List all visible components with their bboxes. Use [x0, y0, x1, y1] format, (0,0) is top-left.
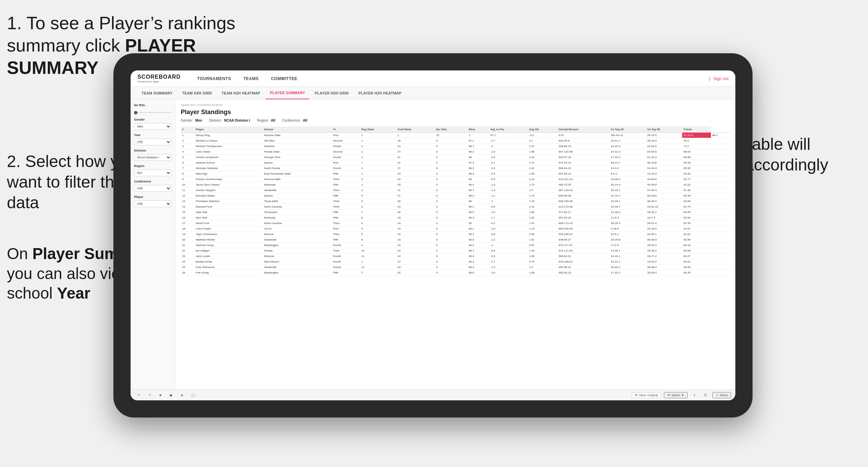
table-row: 16Alex GoffKentuckyFifth819068.3-1.71.92… — [181, 215, 730, 221]
sidebar: No Rds. Gender Men Women Year (All) Firs… — [131, 99, 175, 389]
sub-tab-player-h2h-heatmap[interactable]: PLAYER H2H HEATMAP — [354, 87, 405, 99]
table-row: 4Luke ClatonFlorida StateSecond127068.2-… — [181, 149, 730, 155]
region-label: Region — [134, 164, 171, 168]
sign-out-link[interactable]: Sign out — [713, 76, 728, 81]
col-adj: Adj. to Par — [489, 126, 527, 133]
table-row: 11Gordon SargentVanderbiltThird421068.7-… — [181, 188, 730, 193]
table-row: 22Ian GilliganFloridaThird1024068.7-0.81… — [181, 248, 730, 254]
table-row: 13Phichaksn MaichonTexas A&MThird630069-… — [181, 199, 730, 204]
table-row: 18Luke PowellUCLAFirst424069.1-1.81.1350… — [181, 226, 730, 232]
clock-button[interactable]: ◯ — [189, 393, 198, 398]
col-top50: Vs Top 50 — [646, 126, 682, 133]
col-conf-rank: Conf Rank — [396, 126, 435, 133]
standings-body: 1Wenyi DingArizona StateFirst1115167.1-3… — [181, 133, 730, 276]
table-row: 19Tiger ChristensenArizonaThird523069.2-… — [181, 232, 730, 237]
division-filter: Division: NCAA Division I — [209, 119, 250, 122]
logo-area: SCOREBOARD Powered by dippi — [137, 74, 181, 83]
conference-filter: Conference: All — [282, 119, 307, 122]
nav-tab-tournaments[interactable]: TOURNAMENTS — [191, 70, 237, 87]
no-rds-slider-container — [134, 108, 171, 114]
col-yr: Yr — [332, 126, 360, 133]
col-no-rds: No. Rds. — [435, 126, 467, 133]
eye-icon: 👁 — [635, 393, 638, 397]
table-row: 9Preston SummerhaysArizona StateThird324… — [181, 177, 730, 182]
redo-button[interactable]: ↷ — [146, 393, 154, 398]
col-school: School — [263, 126, 332, 133]
table-row: 1Wenyi DingArizona StateFirst1115167.1-3… — [181, 133, 730, 138]
logo-sub: Powered by dippi — [137, 80, 181, 83]
col-reg-rank: Reg Rank — [360, 126, 396, 133]
watch-button[interactable]: 👁 Watch ▼ — [664, 392, 688, 398]
table-row: 7Nicholas GabrielisNorth FloridaFourth12… — [181, 166, 730, 171]
year-label: Year — [134, 133, 171, 137]
watch-icon: 👁 — [667, 393, 670, 397]
col-wins: Wins — [467, 126, 489, 133]
grid-button[interactable]: ☰ — [701, 393, 710, 398]
view-original-button[interactable]: 👁 View: Original — [632, 392, 661, 398]
undo-button[interactable]: ↶ — [135, 393, 143, 398]
table-row: 8Mats EgeEast Tennessee StateFifth124068… — [181, 171, 730, 177]
table-row: 3Michael ThorbjornsenStanfordFourth22406… — [181, 144, 730, 149]
main-nav: TOURNAMENTS TEAMS COMMITTEE — [191, 70, 709, 87]
player-label: Player — [134, 195, 171, 199]
table-row: 25Cole SherwoodVanderbiltFourth1223069.3… — [181, 265, 730, 270]
table-row: 21Taehoon SongWashingtonFourth423069.2-1… — [181, 243, 730, 248]
nav-tab-committee[interactable]: COMMITTEE — [265, 70, 304, 87]
sub-tab-player-summary[interactable]: PLAYER SUMMARY — [266, 87, 309, 99]
region-filter: Region: All — [257, 119, 275, 122]
table-row: 17David FordNorth CarolinaThird924069-0.… — [181, 221, 730, 226]
table-row: 20Matthew RiedelVanderbiltFifth623068.5-… — [181, 237, 730, 243]
no-rds-slider[interactable] — [134, 112, 171, 113]
conference-select[interactable]: (All) — [134, 185, 171, 192]
col-avg-sg: Avg SG — [528, 126, 557, 133]
main-content: No Rds. Gender Men Women Year (All) Firs… — [131, 99, 735, 389]
page-title: Player Standings — [181, 109, 730, 116]
app-header: SCOREBOARD Powered by dippi TOURNAMENTS … — [131, 70, 735, 87]
sub-tab-team-h2h-heatmap[interactable]: TEAM H2H HEATMAP — [218, 87, 265, 99]
update-time: Update time: 27/03/2024 16:56:26 — [181, 103, 730, 107]
separator: | — [709, 76, 710, 81]
table-row: 10Jacob Skov OlesenArkansasFifth125068.4… — [181, 182, 730, 188]
col-num: # — [181, 126, 194, 133]
content-area: Update time: 27/03/2024 16:56:26 Player … — [175, 99, 735, 389]
col-points: Points — [682, 126, 711, 133]
sub-tab-team-summary[interactable]: TEAM SUMMARY — [137, 87, 177, 99]
col-player: Player — [194, 126, 263, 133]
table-row: 26Petr HrubyWashingtonFifth725068.6-1.61… — [181, 270, 730, 276]
sub-tab-team-h2h-grid[interactable]: TEAM H2H GRID — [178, 87, 216, 99]
download-button[interactable]: ⇓ — [690, 393, 699, 398]
toolbar-btn-1[interactable]: ■ — [157, 393, 164, 398]
standings-table: # Player School Yr Reg Rank Conf Rank No… — [181, 126, 730, 276]
sub-nav: TEAM SUMMARY TEAM H2H GRID TEAM H2H HEAT… — [131, 87, 735, 99]
gender-label: Gender — [134, 118, 171, 121]
table-row: 14Maxwell FordNorth CarolinaThird323069.… — [181, 204, 730, 210]
gender-filter: Gender: Men — [181, 119, 202, 122]
year-select[interactable]: (All) First Second Third Fourth Fifth — [134, 138, 171, 145]
col-overall: Overall Record — [557, 126, 609, 133]
table-row: 23Jack LundinMissouriFourth1124068.6-0.3… — [181, 254, 730, 259]
share-button[interactable]: ⇧ Share — [712, 392, 731, 398]
table-row: 12Brendan ValdesAuburnFifth537068.4-1.11… — [181, 193, 730, 199]
table-row: 2Michael Le SassoOle MissSecond118067.1-… — [181, 138, 730, 144]
no-rds-label: No Rds. — [134, 103, 171, 107]
sub-tab-player-h2h-grid[interactable]: PLAYER H2H GRID — [311, 87, 353, 99]
table-header-row: # Player School Yr Reg Rank Conf Rank No… — [181, 126, 730, 133]
table-row: 24Bastien AmatNew MexicoFourth127069.4-1… — [181, 259, 730, 265]
conference-label: Conference — [134, 180, 171, 183]
toolbar-btn-2[interactable]: ▣ — [167, 393, 175, 398]
table-row: 15Jake HallTennesseeFifth728068.5-1.51.6… — [181, 210, 730, 215]
filters-row: Gender: Men Division: NCAA Division I Re… — [181, 119, 730, 122]
table-row: 6Jackson KoivunAuburnFirst721067.3-2.12.… — [181, 160, 730, 166]
tablet: SCOREBOARD Powered by dippi TOURNAMENTS … — [113, 53, 753, 418]
watch-chevron: ▼ — [681, 393, 684, 397]
bottom-toolbar: ↶ ↷ ■ ▣ ◈ ◯ 👁 View: Original 👁 Watch ▼ ⇓… — [131, 389, 735, 400]
header-right: | Sign out — [709, 76, 728, 81]
share-icon: ⇧ — [716, 393, 719, 397]
region-select[interactable]: N/A All — [134, 169, 171, 176]
player-select[interactable]: (All) — [134, 200, 171, 207]
nav-tab-teams[interactable]: TEAMS — [237, 70, 265, 87]
division-select[interactable]: NCAA Division I NCAA Division II NCAA Di… — [134, 154, 171, 161]
toolbar-btn-3[interactable]: ◈ — [178, 393, 186, 398]
table-row: 5Christo LamprechtGeorgia TechFourth2210… — [181, 155, 730, 160]
gender-select[interactable]: Men Women — [134, 123, 171, 130]
